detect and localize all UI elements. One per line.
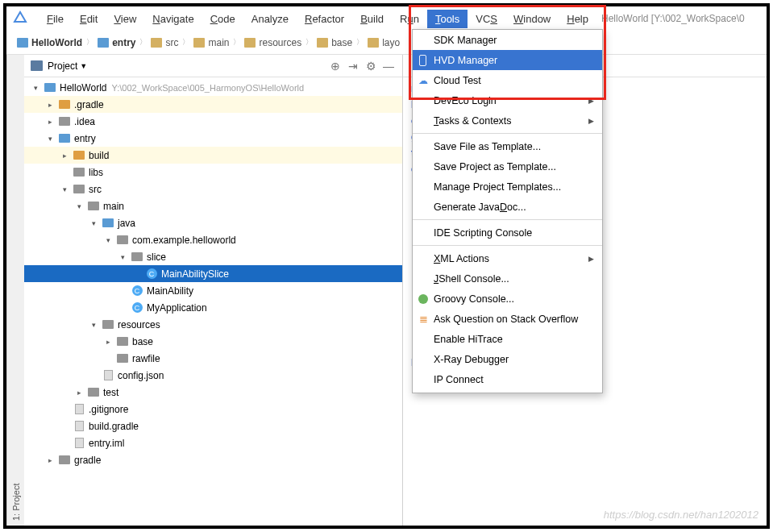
- menu-item-hvd-manager[interactable]: HVD Manager: [413, 50, 602, 70]
- expand-open-icon[interactable]: ▾: [74, 202, 84, 210]
- folder-icon: [87, 387, 100, 398]
- menu-item-sdk-manager[interactable]: SDK Manager: [413, 30, 602, 50]
- tree-node[interactable]: ▾HelloWorldY:\002_WorkSpace\005_HarmonyO…: [24, 79, 402, 96]
- breadcrumb-item[interactable]: src: [148, 37, 181, 48]
- menu-item-xml-actions[interactable]: XML Actions▶: [413, 248, 602, 268]
- collapse-button[interactable]: ⇥: [346, 59, 360, 73]
- folder-icon: [317, 38, 328, 48]
- menu-item-save-file-as-template[interactable]: Save File as Template...: [413, 136, 602, 156]
- menu-refactor[interactable]: Refactor: [297, 10, 352, 28]
- tree-node[interactable]: ▾main: [24, 197, 402, 214]
- menu-file[interactable]: File: [39, 10, 72, 28]
- watermark: https://blog.csdn.net/han1202012: [604, 509, 758, 521]
- menu-item-tasks-contexts[interactable]: Tasks & Contexts▶: [413, 110, 602, 131]
- tree-label: libs: [89, 167, 103, 178]
- expand-closed-icon[interactable]: ▸: [103, 338, 113, 346]
- tree-node[interactable]: ▾com.example.helloworld: [24, 231, 402, 248]
- menu-build[interactable]: Build: [352, 10, 392, 28]
- menu-tools[interactable]: Tools: [427, 10, 468, 28]
- tree-node[interactable]: CMyApplication: [24, 299, 402, 316]
- menu-item-generate-javadoc[interactable]: Generate JavaDoc...: [413, 197, 602, 217]
- folder-icon: [193, 38, 205, 48]
- expand-open-icon[interactable]: ▾: [89, 321, 98, 329]
- menu-item-jshell-console[interactable]: JShell Console...: [413, 268, 602, 289]
- expand-closed-icon[interactable]: ▸: [45, 118, 55, 126]
- tree-node[interactable]: ▾java: [24, 214, 402, 231]
- project-tree-panel: Project ▼ ⊕ ⇥ ⚙ — ▾HelloWorldY:\002_Work…: [24, 55, 403, 526]
- tree-label: .idea: [74, 116, 95, 127]
- dropdown-arrow-icon[interactable]: ▼: [80, 62, 87, 70]
- tree-node[interactable]: CMainAbility: [24, 282, 402, 299]
- tree-node[interactable]: ▾src: [24, 181, 402, 197]
- expand-open-icon[interactable]: ▾: [118, 253, 127, 261]
- expand-closed-icon[interactable]: ▸: [45, 456, 55, 464]
- menu-item-ip-connect[interactable]: IP Connect: [413, 369, 602, 389]
- tree-node[interactable]: entry.iml: [24, 434, 402, 451]
- menu-item-save-project-as-template[interactable]: Save Project as Template...: [413, 156, 602, 177]
- menu-analyze[interactable]: Analyze: [243, 10, 297, 28]
- breadcrumb-item[interactable]: main: [191, 37, 231, 48]
- expand-open-icon[interactable]: ▾: [103, 236, 113, 244]
- tools-menu-dropdown: SDK ManagerHVD Manager☁Cloud TestDevEco …: [412, 29, 603, 393]
- tree-node[interactable]: ▸.gradle: [24, 96, 402, 113]
- tree-node[interactable]: rawfile: [24, 350, 402, 367]
- project-view-icon: [31, 60, 43, 71]
- tree-label: slice: [147, 251, 166, 263]
- menu-view[interactable]: View: [106, 10, 144, 28]
- tree-header-label[interactable]: Project: [48, 60, 77, 72]
- tree-node[interactable]: ▸build: [24, 147, 402, 164]
- folder-icon: [73, 167, 85, 178]
- tree-node[interactable]: ▸base: [24, 333, 402, 350]
- menu-item-groovy-console[interactable]: Groovy Console...: [413, 289, 602, 309]
- menu-edit[interactable]: Edit: [72, 10, 106, 28]
- menu-window[interactable]: Window: [505, 10, 559, 28]
- breadcrumb-item[interactable]: layo: [365, 37, 402, 48]
- expand-closed-icon[interactable]: ▸: [74, 389, 84, 397]
- breadcrumb-item[interactable]: base: [314, 37, 355, 48]
- expand-closed-icon[interactable]: ▸: [60, 152, 69, 160]
- tree-label: MainAbilitySlice: [161, 268, 229, 280]
- tree-label: java: [118, 218, 135, 229]
- submenu-arrow-icon: ▶: [588, 97, 594, 105]
- expand-open-icon[interactable]: ▾: [60, 185, 69, 193]
- tree-hint: Y:\002_WorkSpace\005_HarmonyOS\HelloWorl…: [111, 83, 304, 93]
- menu-run[interactable]: Run: [392, 10, 427, 28]
- locate-button[interactable]: ⊕: [328, 59, 343, 73]
- breadcrumb-item[interactable]: HelloWorld: [15, 37, 85, 48]
- settings-gear-icon[interactable]: ⚙: [364, 59, 378, 73]
- expand-closed-icon[interactable]: ▸: [45, 101, 55, 109]
- menu-help[interactable]: Help: [559, 10, 596, 28]
- hide-button[interactable]: —: [381, 59, 396, 73]
- tree-node[interactable]: ▸test: [24, 384, 402, 401]
- menu-code[interactable]: Code: [202, 10, 243, 28]
- tree-node[interactable]: build.gradle: [24, 418, 402, 434]
- tree-node[interactable]: ▾resources: [24, 316, 402, 333]
- menu-item-enable-hitrace[interactable]: Enable HiTrace: [413, 329, 602, 349]
- tree-node[interactable]: ▾entry: [24, 130, 402, 147]
- tree-body[interactable]: ▾HelloWorldY:\002_WorkSpace\005_HarmonyO…: [24, 77, 402, 526]
- menu-item-x-ray-debugger[interactable]: X-Ray Debugger: [413, 349, 602, 369]
- tree-label: rawfile: [132, 353, 160, 364]
- tree-node[interactable]: ▸.idea: [24, 113, 402, 130]
- menu-item-cloud-test[interactable]: ☁Cloud Test: [413, 70, 602, 90]
- expand-open-icon[interactable]: ▾: [31, 84, 40, 92]
- tree-node[interactable]: ▾slice: [24, 248, 402, 265]
- menu-item-ask-question-on-stack-overflow[interactable]: ≣Ask Question on Stack Overflow: [413, 309, 602, 329]
- tree-node[interactable]: .gitignore: [24, 401, 402, 418]
- menu-navigate[interactable]: Navigate: [144, 10, 202, 28]
- menu-item-deveco-login[interactable]: DevEco Login▶: [413, 90, 602, 110]
- breadcrumb-item[interactable]: entry: [95, 37, 138, 48]
- tree-label: build.gradle: [89, 421, 139, 432]
- tree-node[interactable]: config.json: [24, 367, 402, 384]
- menu-vcs[interactable]: VCS: [468, 10, 505, 28]
- tree-node[interactable]: ▸gradle: [24, 451, 402, 468]
- tree-node[interactable]: CMainAbilitySlice: [24, 265, 402, 282]
- menu-item-manage-project-templates[interactable]: Manage Project Templates...: [413, 177, 602, 197]
- tree-label: resources: [118, 319, 160, 330]
- sidebar-tab-project[interactable]: 1: Project: [6, 55, 24, 526]
- tree-node[interactable]: libs: [24, 164, 402, 181]
- expand-open-icon[interactable]: ▾: [89, 219, 98, 227]
- breadcrumb-item[interactable]: resources: [242, 37, 304, 48]
- menu-item-ide-scripting-console[interactable]: IDE Scripting Console: [413, 222, 602, 243]
- expand-open-icon[interactable]: ▾: [45, 135, 55, 143]
